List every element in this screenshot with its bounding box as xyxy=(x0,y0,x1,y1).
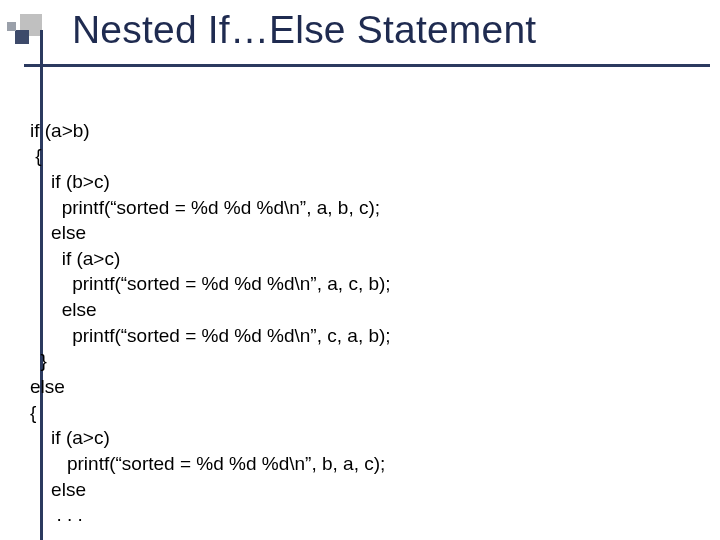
code-line: { xyxy=(30,402,36,423)
corner-decoration xyxy=(6,14,58,66)
code-line: . . . xyxy=(30,504,83,525)
code-line: } xyxy=(30,350,47,371)
code-line: { xyxy=(30,145,42,166)
deco-square-dark xyxy=(15,30,29,44)
code-line: printf(“sorted = %d %d %d\n”, a, b, c); xyxy=(30,197,380,218)
code-line: printf(“sorted = %d %d %d\n”, a, c, b); xyxy=(30,273,391,294)
code-line: if (a>c) xyxy=(30,248,120,269)
code-line: printf(“sorted = %d %d %d\n”, b, a, c); xyxy=(30,453,385,474)
horizontal-rule xyxy=(24,64,710,67)
code-line: else xyxy=(30,299,97,320)
code-block: if (a>b) { if (b>c) printf(“sorted = %d … xyxy=(30,92,391,528)
deco-square-small xyxy=(7,22,16,31)
code-line: if (a>c) xyxy=(30,427,110,448)
code-line: else xyxy=(30,479,86,500)
slide-title: Nested If…Else Statement xyxy=(72,8,536,52)
code-line: else xyxy=(30,376,65,397)
code-line: else xyxy=(30,222,86,243)
code-line: if (a>b) xyxy=(30,120,90,141)
code-line: if (b>c) xyxy=(30,171,110,192)
code-line: printf(“sorted = %d %d %d\n”, c, a, b); xyxy=(30,325,391,346)
